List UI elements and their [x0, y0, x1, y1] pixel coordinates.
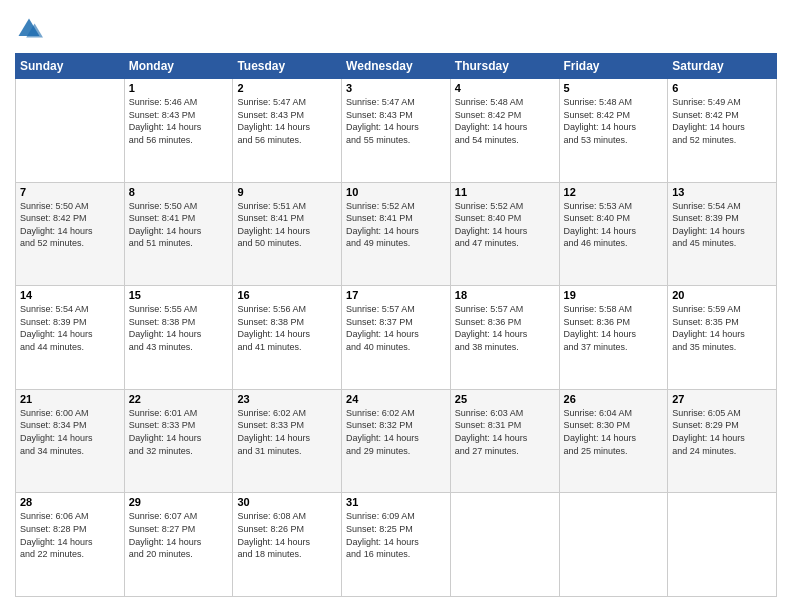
day-number: 10: [346, 186, 446, 198]
day-info: Sunrise: 5:52 AM Sunset: 8:40 PM Dayligh…: [455, 200, 555, 250]
calendar-cell: 7Sunrise: 5:50 AM Sunset: 8:42 PM Daylig…: [16, 182, 125, 286]
day-info: Sunrise: 5:46 AM Sunset: 8:43 PM Dayligh…: [129, 96, 229, 146]
day-number: 26: [564, 393, 664, 405]
day-number: 31: [346, 496, 446, 508]
calendar-cell: 28Sunrise: 6:06 AM Sunset: 8:28 PM Dayli…: [16, 493, 125, 597]
day-info: Sunrise: 5:47 AM Sunset: 8:43 PM Dayligh…: [237, 96, 337, 146]
day-number: 1: [129, 82, 229, 94]
day-number: 15: [129, 289, 229, 301]
day-info: Sunrise: 6:03 AM Sunset: 8:31 PM Dayligh…: [455, 407, 555, 457]
day-number: 28: [20, 496, 120, 508]
day-info: Sunrise: 5:51 AM Sunset: 8:41 PM Dayligh…: [237, 200, 337, 250]
day-number: 16: [237, 289, 337, 301]
day-info: Sunrise: 5:50 AM Sunset: 8:42 PM Dayligh…: [20, 200, 120, 250]
day-info: Sunrise: 6:08 AM Sunset: 8:26 PM Dayligh…: [237, 510, 337, 560]
day-info: Sunrise: 5:48 AM Sunset: 8:42 PM Dayligh…: [564, 96, 664, 146]
calendar-cell: 5Sunrise: 5:48 AM Sunset: 8:42 PM Daylig…: [559, 79, 668, 183]
day-info: Sunrise: 5:52 AM Sunset: 8:41 PM Dayligh…: [346, 200, 446, 250]
calendar-cell: [559, 493, 668, 597]
day-number: 5: [564, 82, 664, 94]
calendar-cell: 19Sunrise: 5:58 AM Sunset: 8:36 PM Dayli…: [559, 286, 668, 390]
day-info: Sunrise: 5:47 AM Sunset: 8:43 PM Dayligh…: [346, 96, 446, 146]
day-info: Sunrise: 6:05 AM Sunset: 8:29 PM Dayligh…: [672, 407, 772, 457]
calendar-cell: 10Sunrise: 5:52 AM Sunset: 8:41 PM Dayli…: [342, 182, 451, 286]
weekday-header: Saturday: [668, 54, 777, 79]
day-info: Sunrise: 5:49 AM Sunset: 8:42 PM Dayligh…: [672, 96, 772, 146]
calendar-cell: [668, 493, 777, 597]
calendar-cell: 14Sunrise: 5:54 AM Sunset: 8:39 PM Dayli…: [16, 286, 125, 390]
day-number: 21: [20, 393, 120, 405]
calendar-cell: 24Sunrise: 6:02 AM Sunset: 8:32 PM Dayli…: [342, 389, 451, 493]
day-info: Sunrise: 5:55 AM Sunset: 8:38 PM Dayligh…: [129, 303, 229, 353]
day-number: 17: [346, 289, 446, 301]
day-number: 24: [346, 393, 446, 405]
calendar-week-row: 14Sunrise: 5:54 AM Sunset: 8:39 PM Dayli…: [16, 286, 777, 390]
calendar-cell: 3Sunrise: 5:47 AM Sunset: 8:43 PM Daylig…: [342, 79, 451, 183]
calendar-cell: [450, 493, 559, 597]
calendar-week-row: 28Sunrise: 6:06 AM Sunset: 8:28 PM Dayli…: [16, 493, 777, 597]
calendar-cell: 27Sunrise: 6:05 AM Sunset: 8:29 PM Dayli…: [668, 389, 777, 493]
calendar-cell: 20Sunrise: 5:59 AM Sunset: 8:35 PM Dayli…: [668, 286, 777, 390]
day-info: Sunrise: 6:01 AM Sunset: 8:33 PM Dayligh…: [129, 407, 229, 457]
day-info: Sunrise: 6:04 AM Sunset: 8:30 PM Dayligh…: [564, 407, 664, 457]
calendar-cell: 15Sunrise: 5:55 AM Sunset: 8:38 PM Dayli…: [124, 286, 233, 390]
weekday-header: Sunday: [16, 54, 125, 79]
day-number: 13: [672, 186, 772, 198]
day-number: 3: [346, 82, 446, 94]
calendar-cell: [16, 79, 125, 183]
calendar-cell: 31Sunrise: 6:09 AM Sunset: 8:25 PM Dayli…: [342, 493, 451, 597]
day-info: Sunrise: 5:48 AM Sunset: 8:42 PM Dayligh…: [455, 96, 555, 146]
day-number: 19: [564, 289, 664, 301]
weekday-header: Friday: [559, 54, 668, 79]
calendar-cell: 11Sunrise: 5:52 AM Sunset: 8:40 PM Dayli…: [450, 182, 559, 286]
day-info: Sunrise: 5:50 AM Sunset: 8:41 PM Dayligh…: [129, 200, 229, 250]
day-number: 30: [237, 496, 337, 508]
day-info: Sunrise: 6:09 AM Sunset: 8:25 PM Dayligh…: [346, 510, 446, 560]
day-number: 25: [455, 393, 555, 405]
calendar-cell: 1Sunrise: 5:46 AM Sunset: 8:43 PM Daylig…: [124, 79, 233, 183]
calendar-header-row: SundayMondayTuesdayWednesdayThursdayFrid…: [16, 54, 777, 79]
day-number: 4: [455, 82, 555, 94]
day-number: 23: [237, 393, 337, 405]
day-number: 6: [672, 82, 772, 94]
calendar-cell: 21Sunrise: 6:00 AM Sunset: 8:34 PM Dayli…: [16, 389, 125, 493]
day-info: Sunrise: 6:07 AM Sunset: 8:27 PM Dayligh…: [129, 510, 229, 560]
logo-icon: [15, 15, 43, 43]
day-info: Sunrise: 5:56 AM Sunset: 8:38 PM Dayligh…: [237, 303, 337, 353]
calendar-cell: 22Sunrise: 6:01 AM Sunset: 8:33 PM Dayli…: [124, 389, 233, 493]
day-info: Sunrise: 5:54 AM Sunset: 8:39 PM Dayligh…: [672, 200, 772, 250]
day-info: Sunrise: 5:57 AM Sunset: 8:37 PM Dayligh…: [346, 303, 446, 353]
calendar-cell: 30Sunrise: 6:08 AM Sunset: 8:26 PM Dayli…: [233, 493, 342, 597]
page: SundayMondayTuesdayWednesdayThursdayFrid…: [0, 0, 792, 612]
day-info: Sunrise: 5:59 AM Sunset: 8:35 PM Dayligh…: [672, 303, 772, 353]
day-number: 7: [20, 186, 120, 198]
calendar-cell: 8Sunrise: 5:50 AM Sunset: 8:41 PM Daylig…: [124, 182, 233, 286]
day-number: 27: [672, 393, 772, 405]
calendar-cell: 12Sunrise: 5:53 AM Sunset: 8:40 PM Dayli…: [559, 182, 668, 286]
day-number: 2: [237, 82, 337, 94]
calendar-cell: 4Sunrise: 5:48 AM Sunset: 8:42 PM Daylig…: [450, 79, 559, 183]
calendar-week-row: 1Sunrise: 5:46 AM Sunset: 8:43 PM Daylig…: [16, 79, 777, 183]
day-info: Sunrise: 6:00 AM Sunset: 8:34 PM Dayligh…: [20, 407, 120, 457]
day-number: 29: [129, 496, 229, 508]
calendar-week-row: 21Sunrise: 6:00 AM Sunset: 8:34 PM Dayli…: [16, 389, 777, 493]
day-number: 11: [455, 186, 555, 198]
day-number: 9: [237, 186, 337, 198]
day-info: Sunrise: 5:57 AM Sunset: 8:36 PM Dayligh…: [455, 303, 555, 353]
weekday-header: Tuesday: [233, 54, 342, 79]
calendar-cell: 25Sunrise: 6:03 AM Sunset: 8:31 PM Dayli…: [450, 389, 559, 493]
day-number: 18: [455, 289, 555, 301]
calendar-cell: 17Sunrise: 5:57 AM Sunset: 8:37 PM Dayli…: [342, 286, 451, 390]
calendar-cell: 13Sunrise: 5:54 AM Sunset: 8:39 PM Dayli…: [668, 182, 777, 286]
day-number: 22: [129, 393, 229, 405]
day-info: Sunrise: 6:02 AM Sunset: 8:32 PM Dayligh…: [346, 407, 446, 457]
day-info: Sunrise: 6:06 AM Sunset: 8:28 PM Dayligh…: [20, 510, 120, 560]
day-number: 20: [672, 289, 772, 301]
day-info: Sunrise: 5:54 AM Sunset: 8:39 PM Dayligh…: [20, 303, 120, 353]
day-info: Sunrise: 5:53 AM Sunset: 8:40 PM Dayligh…: [564, 200, 664, 250]
calendar-cell: 29Sunrise: 6:07 AM Sunset: 8:27 PM Dayli…: [124, 493, 233, 597]
weekday-header: Thursday: [450, 54, 559, 79]
calendar-cell: 6Sunrise: 5:49 AM Sunset: 8:42 PM Daylig…: [668, 79, 777, 183]
calendar-cell: 16Sunrise: 5:56 AM Sunset: 8:38 PM Dayli…: [233, 286, 342, 390]
day-number: 8: [129, 186, 229, 198]
